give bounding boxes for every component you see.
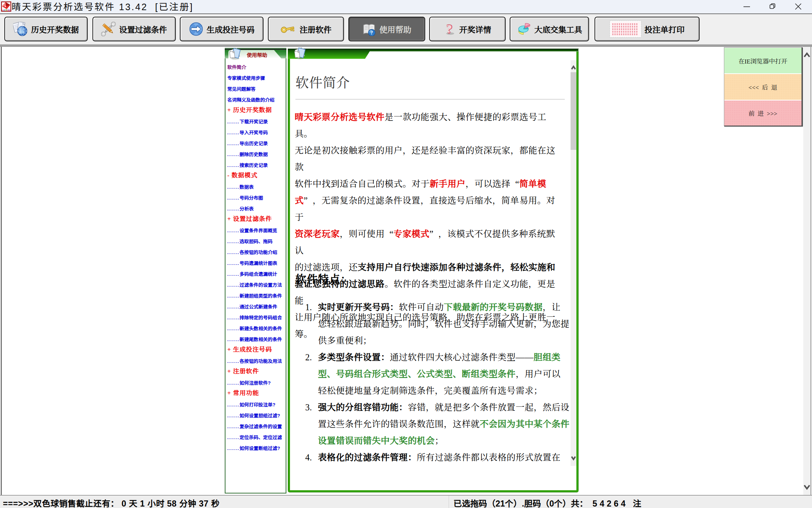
svg-text:?: ? bbox=[446, 23, 452, 35]
svg-text:RY: RY bbox=[8, 9, 11, 11]
svg-text:?: ? bbox=[370, 30, 373, 36]
